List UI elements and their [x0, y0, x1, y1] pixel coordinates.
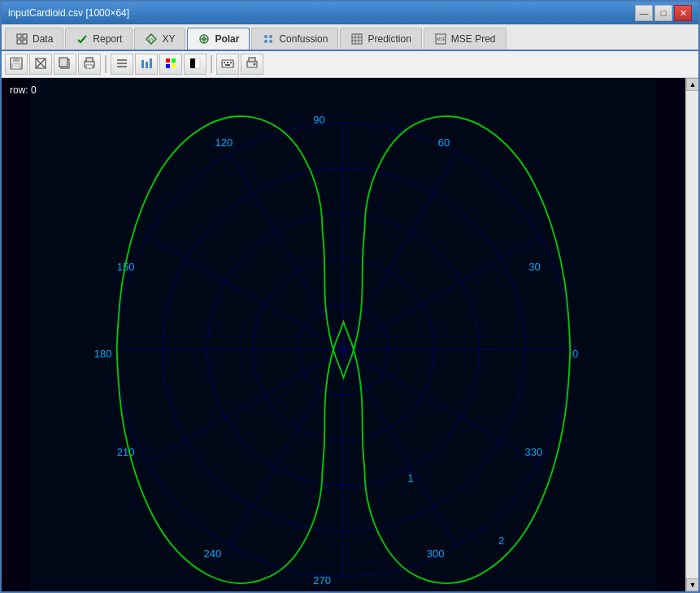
- svg-rect-30: [86, 58, 93, 62]
- row-label: row: 0: [10, 84, 37, 96]
- svg-rect-3: [23, 40, 27, 44]
- svg-rect-46: [227, 62, 228, 63]
- bw-icon: [189, 57, 202, 72]
- print2-button[interactable]: [241, 54, 263, 75]
- chart-container: row: 0: [2, 78, 685, 591]
- save-button[interactable]: [5, 54, 28, 75]
- separator-2: [211, 55, 212, 73]
- tab-prediction[interactable]: Prediction: [340, 28, 421, 50]
- tabs-bar: Data Report XY XY Polar Confussion: [2, 24, 698, 51]
- bars-button[interactable]: [135, 54, 158, 75]
- tab-polar-label: Polar: [215, 33, 239, 45]
- scroll-down-button[interactable]: ▼: [686, 578, 698, 591]
- svg-rect-48: [225, 64, 230, 66]
- angle-300: 300: [427, 548, 445, 560]
- svg-text:XY: XY: [149, 37, 154, 42]
- angle-0: 0: [572, 348, 578, 360]
- svg-point-10: [264, 35, 267, 38]
- svg-rect-47: [230, 62, 232, 63]
- color-button[interactable]: [159, 54, 182, 75]
- angle-30: 30: [528, 261, 540, 273]
- scrollbar: ▲ ▼: [685, 78, 698, 591]
- bw-button[interactable]: [184, 54, 207, 75]
- polar-icon: [198, 32, 211, 45]
- color-icon: [164, 57, 177, 72]
- tab-msepred-label: MSE Pred: [451, 33, 496, 45]
- polar-chart: 60 120 150 180 210 240 270 300 330 0 30 …: [2, 78, 685, 591]
- svg-point-11: [269, 35, 272, 38]
- svg-rect-28: [59, 58, 67, 67]
- copy-button[interactable]: [54, 54, 76, 75]
- angle-210: 210: [117, 446, 135, 458]
- close-button[interactable]: ✕: [674, 5, 692, 21]
- separator-1: [105, 55, 107, 73]
- main-window: inputCardioid.csv [1000×64] — □ ✕ Data R…: [0, 0, 700, 593]
- angle-120: 120: [215, 136, 233, 149]
- angle-90: 90: [313, 114, 324, 126]
- svg-rect-42: [190, 58, 195, 68]
- ring-label-2: 2: [498, 535, 504, 547]
- angle-180: 180: [94, 348, 112, 360]
- scroll-up-button[interactable]: ▲: [686, 78, 698, 91]
- grid-icon: [15, 32, 28, 45]
- keyboard-icon: [221, 57, 234, 72]
- tab-data[interactable]: Data: [5, 28, 63, 50]
- bars-icon: [140, 57, 153, 72]
- svg-text:MSE: MSE: [437, 37, 446, 41]
- svg-point-12: [264, 40, 267, 43]
- svg-rect-35: [141, 60, 144, 68]
- cut-button[interactable]: [29, 54, 52, 75]
- save-icon: [10, 57, 23, 72]
- toolbar: [2, 51, 698, 78]
- title-bar-buttons: — □ ✕: [635, 5, 692, 21]
- scroll-track: [686, 91, 698, 578]
- tab-msepred[interactable]: MSE MSE Pred: [424, 28, 507, 50]
- window-title: inputCardioid.csv [1000×64]: [8, 7, 129, 19]
- tab-xy[interactable]: XY XY: [134, 28, 185, 50]
- svg-rect-39: [172, 58, 176, 63]
- tab-data-label: Data: [33, 33, 53, 45]
- svg-rect-14: [352, 34, 362, 44]
- cut-icon: [34, 57, 47, 72]
- angle-60: 60: [438, 136, 450, 149]
- tab-confussion-label: Confussion: [279, 33, 328, 45]
- dot-icon: [262, 32, 275, 45]
- svg-rect-43: [195, 58, 200, 68]
- check-icon: [76, 32, 89, 45]
- svg-rect-23: [12, 63, 20, 69]
- angle-240: 240: [204, 548, 222, 560]
- copy-icon: [59, 57, 72, 72]
- svg-rect-0: [17, 34, 21, 38]
- lines-icon: [115, 57, 128, 72]
- tab-polar[interactable]: Polar: [187, 28, 250, 50]
- main-area: row: 0: [2, 78, 698, 591]
- xy-icon: XY: [145, 32, 158, 45]
- angle-330: 330: [525, 446, 543, 458]
- print-button[interactable]: [78, 54, 101, 75]
- svg-rect-44: [222, 60, 233, 67]
- svg-rect-41: [172, 64, 176, 68]
- svg-rect-36: [146, 62, 148, 68]
- svg-rect-50: [249, 58, 255, 62]
- tab-report[interactable]: Report: [65, 28, 133, 50]
- svg-point-51: [254, 63, 256, 65]
- mse-icon: MSE: [434, 32, 447, 45]
- svg-rect-37: [150, 58, 152, 68]
- print2-icon: [246, 57, 259, 72]
- minimize-button[interactable]: —: [635, 5, 653, 21]
- tab-confussion[interactable]: Confussion: [251, 28, 338, 50]
- svg-rect-40: [166, 64, 170, 68]
- angle-270: 270: [313, 574, 331, 587]
- svg-rect-1: [23, 34, 27, 38]
- svg-rect-31: [86, 65, 93, 68]
- print-icon: [83, 57, 96, 72]
- tab-prediction-label: Prediction: [367, 33, 411, 45]
- svg-point-13: [269, 40, 272, 43]
- ring-label-1: 1: [407, 472, 413, 484]
- keyboard-button[interactable]: [216, 54, 239, 75]
- svg-rect-2: [17, 40, 21, 44]
- lines-button[interactable]: [111, 54, 133, 75]
- grid2-icon: [350, 32, 363, 45]
- maximize-button[interactable]: □: [654, 5, 672, 21]
- svg-rect-22: [13, 58, 20, 62]
